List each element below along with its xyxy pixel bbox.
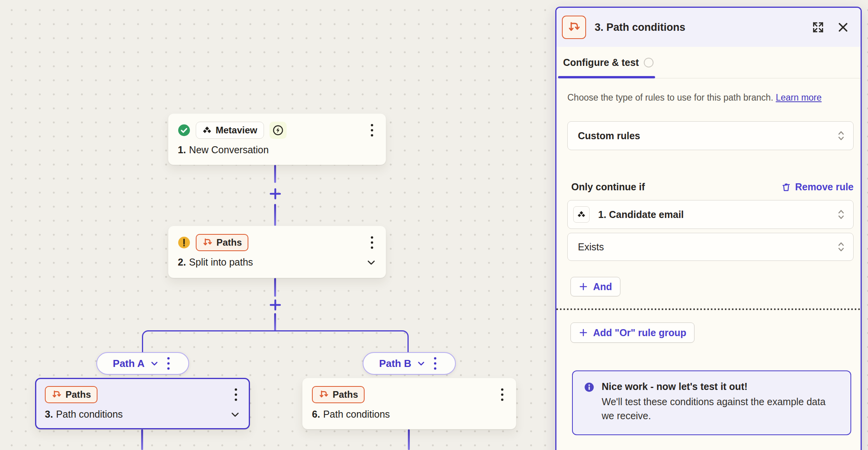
connector-line [274, 165, 276, 183]
rule-type-description: Choose the type of rules to use for this… [567, 90, 845, 105]
callout-title: Nice work - now let's test it out! [602, 381, 840, 392]
instant-trigger-badge [269, 122, 287, 139]
chevron-down-icon[interactable] [417, 359, 425, 368]
path-label: Path A [113, 358, 144, 370]
plus-icon [269, 187, 282, 200]
step-title: Path conditions [56, 409, 123, 420]
rule-field-select[interactable]: 1. Candidate email [567, 200, 854, 229]
rule-type-value: Custom rules [578, 130, 640, 142]
close-button[interactable] [835, 19, 851, 35]
kebab-menu-icon[interactable] [164, 355, 173, 372]
step-number: 2. [178, 257, 186, 268]
kebab-menu-icon[interactable] [232, 386, 240, 403]
connector-line [408, 429, 410, 450]
close-icon [837, 21, 849, 34]
path-label: Path B [379, 358, 411, 370]
paths-split-icon [567, 21, 581, 34]
add-or-rule-group-button[interactable]: Add "Or" rule group [570, 322, 694, 343]
progress-circle-icon [644, 58, 654, 67]
plus-icon [579, 328, 588, 337]
app-badge-label: Metaview [216, 125, 257, 136]
metaview-logo-icon [577, 210, 586, 219]
chevron-down-icon[interactable] [150, 359, 159, 368]
app-badge-paths: Paths [45, 386, 97, 403]
chevron-down-icon[interactable] [230, 409, 240, 420]
add-and-label: And [593, 281, 612, 292]
step-node-2[interactable]: Paths 2. Split into paths [168, 226, 386, 278]
remove-rule-label: Remove rule [795, 181, 854, 193]
step-config-panel: 3. Path conditions Configure & test [555, 7, 862, 450]
app-badge-label: Paths [66, 389, 91, 400]
step-number: 6. [312, 409, 320, 420]
app-badge-label: Paths [216, 237, 242, 248]
step-node-6[interactable]: Paths 6. Path conditions [302, 378, 516, 429]
stepper-icon [838, 241, 845, 253]
connector-line [274, 204, 276, 226]
connector-line [274, 313, 276, 331]
remove-rule-button[interactable]: Remove rule [781, 181, 854, 193]
rule-type-select[interactable]: Custom rules [567, 121, 854, 150]
app-badge-paths: Paths [312, 386, 365, 403]
step-number: 3. [45, 409, 53, 420]
kebab-menu-icon[interactable] [368, 122, 376, 139]
rule-group-label: Only continue if [571, 181, 645, 193]
app-badge-metaview: Metaview [196, 122, 264, 139]
rule-group-divider [556, 308, 861, 310]
rule-operator-select[interactable]: Exists [567, 233, 854, 261]
paths-split-icon [51, 390, 62, 400]
connector-line [141, 429, 143, 450]
tab-configure-test[interactable]: Configure & test [563, 57, 654, 68]
step-node-3[interactable]: Paths 3. Path conditions [35, 378, 250, 429]
metaview-logo-icon [202, 126, 212, 135]
rule-operator-value: Exists [578, 241, 604, 253]
add-or-label: Add "Or" rule group [593, 327, 686, 338]
rule-field-value: 1. Candidate email [598, 209, 684, 220]
stepper-icon [838, 209, 845, 220]
plus-icon [269, 298, 282, 312]
panel-header: 3. Path conditions [556, 8, 861, 47]
expand-icon [811, 21, 825, 34]
kebab-menu-icon[interactable] [368, 234, 376, 251]
step-title: Path conditions [323, 409, 390, 420]
callout-body: We'll test these conditions against the … [602, 395, 840, 423]
connector-line [274, 278, 276, 297]
step-title: Split into paths [189, 257, 253, 268]
description-text: Choose the type of rules to use for this… [567, 92, 773, 103]
step-number: 1. [178, 144, 186, 156]
learn-more-link[interactable]: Learn more [776, 92, 822, 103]
add-step-button[interactable] [269, 298, 282, 312]
warning-icon [178, 236, 190, 249]
kebab-menu-icon[interactable] [431, 355, 439, 372]
instant-trigger-icon [272, 124, 284, 136]
branch-split-connector [142, 330, 409, 353]
metaview-field-icon [573, 206, 590, 223]
app-badge-paths: Paths [196, 234, 248, 251]
stepper-icon [838, 130, 845, 142]
paths-app-icon [562, 16, 586, 39]
add-and-condition-button[interactable]: And [570, 277, 620, 296]
test-callout: Nice work - now let's test it out! We'll… [572, 370, 851, 435]
tab-label: Configure & test [563, 57, 639, 68]
kebab-menu-icon[interactable] [498, 386, 507, 403]
chevron-down-icon[interactable] [366, 257, 376, 268]
step-node-1[interactable]: Metaview 1. New Conversation [168, 113, 386, 165]
check-circle-icon [178, 124, 190, 136]
info-icon [584, 382, 595, 393]
add-step-button[interactable] [269, 187, 282, 200]
path-b-pill[interactable]: Path B [363, 352, 456, 375]
paths-split-icon [319, 390, 329, 400]
panel-title: 3. Path conditions [595, 21, 801, 34]
trash-icon [781, 182, 791, 192]
active-tab-underline [558, 76, 655, 78]
expand-button[interactable] [810, 19, 826, 35]
step-title: New Conversation [189, 144, 269, 156]
zap-editor: Metaview 1. New Conversation [0, 0, 868, 450]
plus-icon [579, 282, 588, 291]
app-badge-label: Paths [333, 389, 358, 400]
rule-group-header: Only continue if Remove rule [571, 181, 854, 193]
panel-tabs: Configure & test [556, 47, 861, 78]
path-a-pill[interactable]: Path A [96, 352, 189, 375]
paths-split-icon [202, 237, 213, 248]
